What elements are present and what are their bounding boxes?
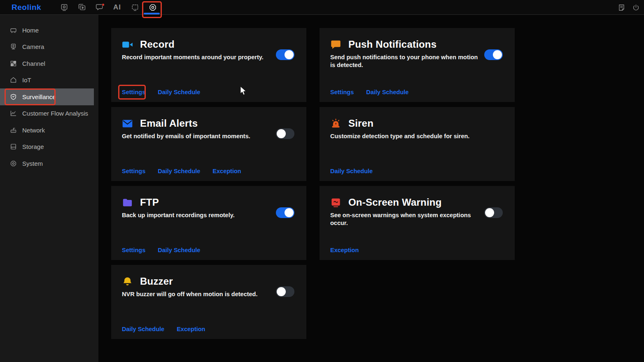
topbar-tab-messages[interactable] (91, 0, 108, 15)
push-notifications-daily-schedule-link[interactable]: Daily Schedule (366, 89, 408, 95)
push-notifications-card: Push Notifications Send push notificatio… (320, 28, 515, 102)
warning-screen-icon (330, 197, 341, 208)
toggle-knob (277, 129, 286, 138)
card-title: Push Notifications (348, 39, 436, 50)
card-description: Back up important recordings remotely. (122, 211, 273, 219)
ai-label: AI (113, 3, 121, 12)
sidebar-item-label: System (22, 160, 43, 167)
sidebar-item-channel[interactable]: Channel (0, 55, 98, 72)
buzzer-bell-icon (122, 276, 133, 287)
record-settings-link[interactable]: Settings (122, 89, 145, 95)
channel-grid-icon (10, 60, 17, 67)
push-notifications-toggle[interactable] (484, 49, 503, 60)
toggle-knob (277, 287, 286, 296)
push-notifications-settings-link[interactable]: Settings (330, 89, 354, 95)
feature-cards-grid: Record Record important moments around y… (111, 28, 515, 339)
card-links: SettingsDaily Schedule (122, 89, 200, 95)
card-title: Record (140, 39, 175, 50)
card-title: Buzzer (140, 276, 173, 287)
topbar: Reolink AI (0, 0, 644, 15)
buzzer-daily-schedule-link[interactable]: Daily Schedule (122, 326, 164, 332)
card-title: FTP (140, 197, 159, 208)
power-icon (632, 4, 640, 12)
topbar-right (617, 0, 640, 15)
sidebar-item-customer-flow[interactable]: Customer Flow Analysis (0, 105, 98, 122)
toggle-knob (485, 208, 494, 217)
email-alerts-toggle[interactable] (276, 128, 294, 139)
log-notes-icon (618, 4, 625, 12)
display-panel-icon (131, 3, 139, 12)
sidebar-item-storage[interactable]: Storage (0, 139, 98, 155)
email-alerts-settings-link[interactable]: Settings (122, 168, 145, 174)
card-links: SettingsDaily Schedule (122, 247, 200, 253)
flow-chart-icon (10, 110, 17, 117)
playback-icon (78, 3, 86, 12)
record-card: Record Record important moments around y… (111, 28, 306, 102)
ftp-daily-schedule-link[interactable]: Daily Schedule (158, 247, 200, 253)
card-links: SettingsDaily Schedule (330, 89, 408, 95)
sidebar-item-label: Channel (22, 60, 45, 67)
topbar-tab-live-view[interactable] (55, 0, 73, 15)
card-description: See on-screen warnings when system excep… (330, 211, 481, 227)
main-content: Record Record important moments around y… (98, 15, 644, 362)
network-icon (10, 127, 17, 134)
card-description: Customize detection type and schedule fo… (330, 132, 481, 140)
active-tab-underline (144, 13, 160, 14)
topbar-power-button[interactable] (632, 0, 640, 15)
siren-daily-schedule-link[interactable]: Daily Schedule (330, 168, 373, 174)
card-links: Exception (330, 247, 359, 253)
storage-icon (10, 143, 17, 150)
iot-house-icon (10, 77, 17, 84)
card-description: Record important moments around your pro… (122, 53, 273, 61)
siren-icon (330, 118, 341, 129)
toggle-knob (285, 50, 294, 59)
toggle-knob (285, 208, 294, 217)
home-screen-icon (10, 27, 17, 34)
sidebar-item-surveillance[interactable]: Surveillance (0, 88, 94, 105)
card-description: Send push notifications to your phone wh… (330, 53, 481, 69)
ftp-toggle[interactable] (276, 207, 294, 218)
sidebar-item-network[interactable]: Network (0, 122, 98, 139)
sidebar-item-label: Customer Flow Analysis (22, 110, 88, 117)
record-daily-schedule-link[interactable]: Daily Schedule (158, 89, 200, 95)
toggle-knob (493, 50, 502, 59)
email-alerts-daily-schedule-link[interactable]: Daily Schedule (158, 168, 200, 174)
card-description: NVR buzzer will go off when motion is de… (122, 290, 273, 298)
sidebar-item-iot[interactable]: IoT (0, 72, 98, 89)
ftp-folder-icon (122, 197, 133, 208)
card-links: Daily Schedule (330, 168, 373, 174)
topbar-tab-playback[interactable] (73, 0, 91, 15)
push-bubble-icon (330, 39, 341, 50)
system-gear-icon (10, 160, 17, 167)
shield-icon (10, 93, 17, 100)
ftp-settings-link[interactable]: Settings (122, 247, 145, 253)
notification-dot (102, 3, 105, 6)
sidebar-item-camera[interactable]: Camera (0, 39, 98, 56)
email-alerts-exception-link[interactable]: Exception (212, 168, 241, 174)
live-view-icon (60, 3, 68, 12)
on-screen-warning-card: On-Screen Warning See on-screen warnings… (320, 186, 515, 260)
sidebar-item-label: Home (22, 27, 39, 34)
gear-icon (149, 3, 157, 12)
on-screen-warning-toggle[interactable] (484, 207, 503, 218)
on-screen-warning-exception-link[interactable]: Exception (330, 247, 359, 253)
card-description: Get notified by emails of important mome… (122, 132, 273, 140)
topbar-log-button[interactable] (617, 0, 625, 15)
siren-card: Siren Customize detection type and sched… (320, 107, 515, 181)
topbar-tab-ai[interactable]: AI (108, 0, 126, 15)
card-links: SettingsDaily ScheduleException (122, 168, 241, 174)
sidebar-item-label: IoT (22, 77, 31, 84)
sidebar-item-label: Network (22, 127, 45, 134)
record-toggle[interactable] (276, 49, 294, 60)
buzzer-toggle[interactable] (276, 286, 294, 297)
sidebar: Home Camera Channel IoT Surveillance Cus… (0, 15, 98, 362)
camera-icon (10, 43, 17, 50)
buzzer-exception-link[interactable]: Exception (177, 326, 205, 332)
topbar-tab-display[interactable] (126, 0, 144, 15)
record-camera-icon (122, 39, 133, 50)
sidebar-item-system[interactable]: System (0, 155, 98, 172)
sidebar-item-label: Storage (22, 143, 44, 150)
card-links: Daily ScheduleException (122, 326, 205, 332)
card-title: Email Alerts (140, 118, 198, 129)
sidebar-item-home[interactable]: Home (0, 22, 98, 39)
